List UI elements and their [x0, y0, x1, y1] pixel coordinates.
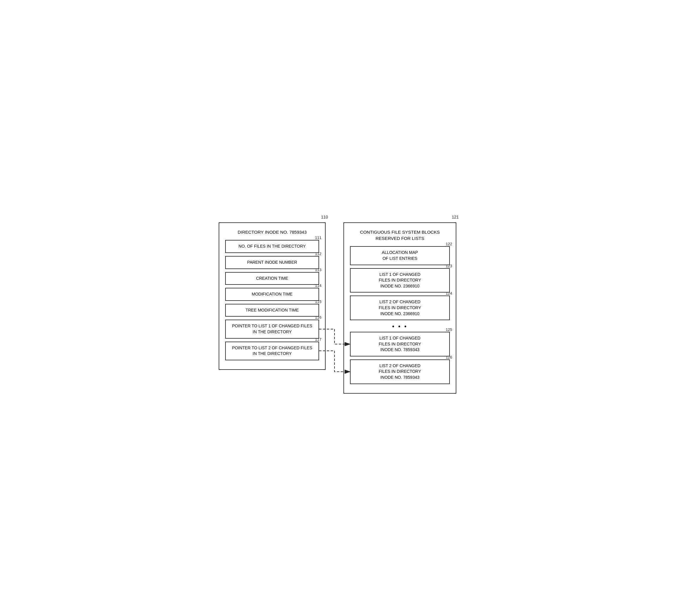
- left-panel: 110 DIRECTORY INODE NO. 7859343 NO. OF F…: [219, 222, 326, 369]
- left-panel-ref: 110: [321, 215, 328, 219]
- ref-116: 116: [315, 315, 321, 320]
- left-field-111: NO. OF FILES IN THE DIRECTORY111: [225, 240, 319, 253]
- left-panel-title: DIRECTORY INODE NO. 7859343: [225, 229, 319, 235]
- ref-115: 115: [315, 299, 321, 304]
- left-field-116: POINTER TO LIST 1 OF CHANGED FILES IN TH…: [225, 320, 319, 338]
- ref-126: 126: [446, 355, 452, 360]
- ref-123: 123: [446, 263, 452, 269]
- right-field-126: LIST 2 OF CHANGED FILES IN DIRECTORY INO…: [350, 359, 450, 384]
- ref-117: 117: [315, 337, 321, 342]
- left-field-115: TREE MODIFICATION TIME115: [225, 304, 319, 317]
- right-field-125: LIST 1 OF CHANGED FILES IN DIRECTORY INO…: [350, 332, 450, 356]
- ref-114: 114: [315, 283, 321, 288]
- right-panel-ref: 121: [452, 215, 459, 219]
- right-panel: 121 CONTIGUOUS FILE SYSTEM BLOCKS RESERV…: [344, 222, 456, 393]
- right-field-123: LIST 1 OF CHANGED FILES IN DIRECTORY INO…: [350, 268, 450, 293]
- right-field-122: ALLOCATION MAP OF LIST ENTRIES122: [350, 246, 450, 265]
- left-field-114: MODIFICATION TIME114: [225, 288, 319, 301]
- ref-111: 111: [315, 235, 321, 241]
- ref-124: 124: [446, 291, 452, 296]
- left-field-112: PARENT INODE NUMBER112: [225, 256, 319, 269]
- left-field-113: CREATION TIME113: [225, 272, 319, 285]
- ref-125: 125: [446, 327, 452, 332]
- ref-122: 122: [446, 242, 452, 247]
- ref-112: 112: [315, 251, 321, 257]
- left-field-117: POINTER TO LIST 2 OF CHANGED FILES IN TH…: [225, 342, 319, 360]
- ref-113: 113: [315, 267, 321, 273]
- diagram-container: 110 DIRECTORY INODE NO. 7859343 NO. OF F…: [219, 222, 456, 393]
- right-field-124: LIST 2 OF CHANGED FILES IN DIRECTORY INO…: [350, 295, 450, 320]
- right-panel-title: CONTIGUOUS FILE SYSTEM BLOCKS RESERVED F…: [350, 229, 450, 242]
- ellipsis: • • •: [350, 323, 450, 330]
